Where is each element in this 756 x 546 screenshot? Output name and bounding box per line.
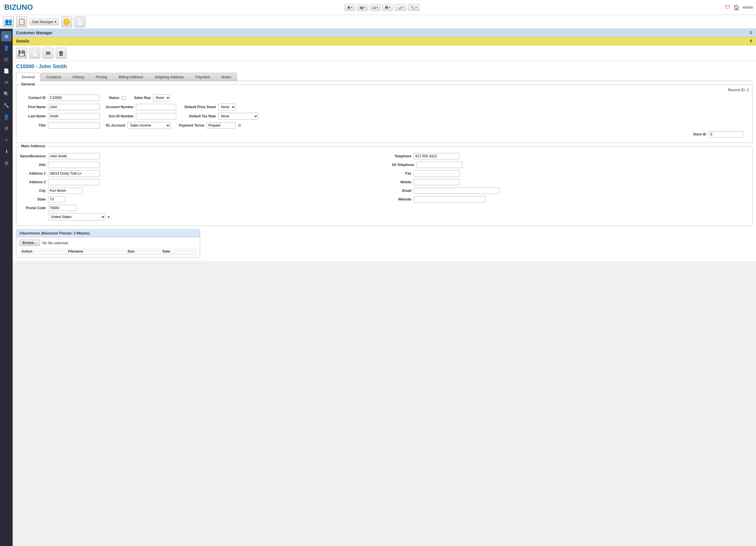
- mobile-label: Mobile: [385, 180, 411, 184]
- record-id-value: 2: [747, 88, 749, 92]
- country-select[interactable]: United States: [48, 213, 105, 220]
- main-address-legend: Main Address: [19, 144, 47, 148]
- store-id-label: Store ID: [686, 132, 706, 136]
- store-id-input[interactable]: [709, 131, 743, 137]
- sidebar-item-sales[interactable]: 🛒: [1, 54, 11, 64]
- delete-button[interactable]: 🗑: [56, 48, 67, 59]
- gear-icon[interactable]: ⚙: [238, 123, 241, 128]
- customer-manager-title: Customer Manager: [16, 30, 53, 35]
- details-header: Details ⇑: [13, 37, 756, 45]
- state-input[interactable]: [48, 196, 65, 202]
- payment-terms-input[interactable]: [207, 122, 235, 129]
- row-mobile: Mobile: [385, 179, 749, 185]
- sidebar-item-reports[interactable]: 📄: [1, 66, 11, 76]
- default-tax-rate-select[interactable]: None: [218, 113, 258, 120]
- nav-settings[interactable]: 🔧 ▾: [408, 4, 419, 11]
- tab-general[interactable]: General: [16, 73, 40, 81]
- tab-payment[interactable]: Payment: [190, 73, 215, 81]
- mobile-input[interactable]: [414, 179, 460, 185]
- fax-input[interactable]: [414, 170, 460, 177]
- shield-icon: 🛡: [725, 4, 730, 10]
- nav-icons: 🖥 ▾ 📦 ▾ 🗂 ▾ 🏛 ▾ 📊 ▾ 🔧 ▾: [39, 4, 726, 11]
- details-collapse-icon[interactable]: ⇑: [749, 39, 753, 43]
- attn-input[interactable]: [48, 162, 100, 168]
- gov-id-input[interactable]: [136, 113, 176, 119]
- nav-reports[interactable]: 📊 ▾: [395, 4, 406, 11]
- sidebar-item-check[interactable]: ✓: [1, 135, 11, 145]
- monitor-icon: 🖥: [347, 5, 350, 9]
- gl-account-select[interactable]: Sales Income: [127, 122, 170, 129]
- col-date: Date: [160, 248, 197, 255]
- manager-icon-btn[interactable]: 📋: [16, 16, 27, 27]
- tab-shipping[interactable]: Shipping Address: [149, 73, 189, 81]
- postal-code-input[interactable]: [48, 205, 77, 211]
- sidebar-item-settings[interactable]: ⚙: [1, 123, 11, 133]
- row-country: United States ▾: [20, 213, 383, 220]
- contact-id-label: Contact ID: [20, 96, 46, 100]
- top-bar: •BIZUNO 🖥 ▾ 📦 ▾ 🗂 ▾ 🏛 ▾ 📊 ▾ 🔧 ▾ 🛡 🏠: [0, 0, 756, 15]
- tabs-container: General Contacts History Pricing Billing…: [13, 71, 756, 81]
- address-col-right: Telephone Alt Telephone Fax Mobile: [385, 153, 749, 223]
- users-icon-btn[interactable]: 👥: [3, 16, 14, 27]
- city-input[interactable]: [48, 187, 82, 194]
- row-email: Email: [385, 187, 749, 194]
- chevron-down-icon: ▾: [55, 20, 56, 24]
- sidebar-item-download[interactable]: ⬇: [1, 146, 11, 156]
- sidebar-item-contacts[interactable]: 👤: [1, 43, 11, 53]
- chart-icon: 📊: [397, 5, 402, 9]
- nav-sales[interactable]: 📦 ▾: [357, 4, 368, 11]
- sidebar-item-messages[interactable]: ✉: [1, 77, 11, 87]
- address2-label: Address 2: [20, 180, 46, 184]
- cabinet-icon: 🗂: [373, 5, 376, 9]
- sidebar-item-search[interactable]: 🔍: [1, 89, 11, 99]
- save-button[interactable]: 💾: [16, 48, 27, 59]
- sidebar-item-tools[interactable]: 🔧: [1, 100, 11, 110]
- collapse-icon[interactable]: ⇕: [749, 30, 753, 35]
- box-icon: 📦: [359, 5, 364, 9]
- logo: •BIZUNO: [3, 3, 33, 12]
- sidebar-item-dashboard[interactable]: ⊞: [1, 31, 11, 41]
- browse-button[interactable]: Browse...: [19, 239, 40, 246]
- top-right: 🛡 🏠 Admin: [725, 4, 753, 11]
- contact-id-input[interactable]: [48, 95, 100, 101]
- telephone-input[interactable]: [414, 153, 460, 159]
- default-tax-rate-label: Default Tax Rate: [179, 114, 216, 118]
- tab-pricing[interactable]: Pricing: [90, 73, 113, 81]
- account-number-input[interactable]: [136, 104, 176, 110]
- status-checkbox[interactable]: [122, 96, 125, 100]
- name-business-input[interactable]: [48, 153, 100, 159]
- title-input[interactable]: [48, 122, 100, 129]
- row-last-name: Last Name Gov ID Number Default Tax Rate…: [20, 113, 749, 120]
- tab-contacts[interactable]: Contacts: [41, 73, 66, 81]
- tab-billing[interactable]: Billing Address: [113, 73, 149, 81]
- sales-rep-select[interactable]: None: [153, 94, 170, 101]
- sale-manager-dropdown[interactable]: Sale Manager ▾: [29, 18, 59, 25]
- website-input[interactable]: [414, 196, 486, 202]
- page-btn[interactable]: 📄: [74, 16, 85, 27]
- email-button[interactable]: ✉: [43, 48, 53, 59]
- country-dropdown-icon: ▾: [108, 215, 110, 219]
- new-button[interactable]: 📄: [29, 48, 40, 59]
- col-size: Size: [125, 248, 160, 255]
- coins-btn[interactable]: 🪙: [61, 16, 72, 27]
- sidebar-item-apps[interactable]: ⊞: [1, 158, 11, 168]
- address1-input[interactable]: [48, 170, 100, 177]
- tab-notes[interactable]: Notes: [216, 73, 237, 81]
- first-name-input[interactable]: [48, 104, 100, 110]
- last-name-input[interactable]: [48, 113, 100, 119]
- action-buttons: 💾 📄 ✉ 🗑: [13, 45, 756, 61]
- nav-banking[interactable]: 🏛 ▾: [382, 4, 393, 11]
- nav-purchases[interactable]: 🗂 ▾: [370, 4, 381, 11]
- admin-label: Admin: [742, 5, 753, 9]
- default-price-sheet-select[interactable]: None: [218, 103, 236, 110]
- email-input[interactable]: [414, 187, 500, 194]
- alt-telephone-input[interactable]: [417, 162, 463, 168]
- row-website: Website: [385, 196, 749, 202]
- city-label: City: [20, 189, 46, 193]
- address2-input[interactable]: [48, 179, 100, 185]
- sidebar-item-user[interactable]: 👤: [1, 112, 11, 122]
- row-store-id: Store ID: [20, 131, 749, 137]
- tab-history[interactable]: History: [67, 73, 90, 81]
- row-name-business: Name/Business: [20, 153, 383, 159]
- nav-inventory[interactable]: 🖥 ▾: [344, 4, 355, 11]
